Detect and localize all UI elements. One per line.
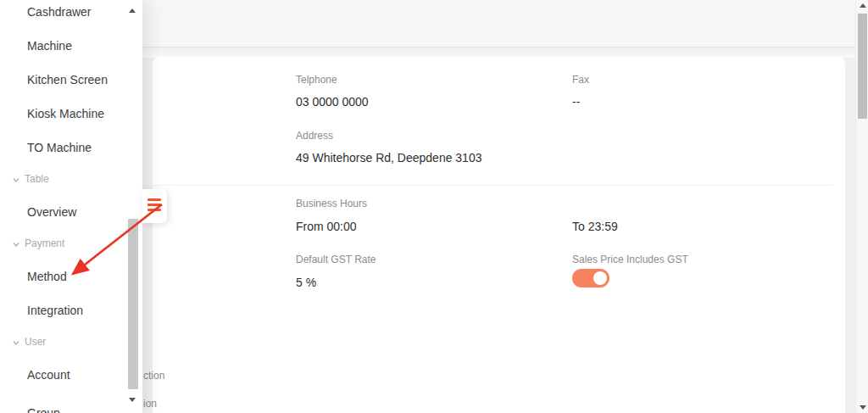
sidebar-scrollbar[interactable] bbox=[127, 0, 141, 413]
scroll-down-icon[interactable] bbox=[129, 398, 136, 402]
sidebar-section-label: User bbox=[25, 336, 46, 348]
chevron-down-icon bbox=[12, 338, 20, 346]
scroll-up-icon[interactable] bbox=[129, 8, 136, 13]
sidebar-item-overview[interactable]: Overview bbox=[27, 205, 76, 219]
telephone-value: 03 0000 0000 bbox=[296, 95, 369, 109]
occluded-label-fragment: ction bbox=[143, 370, 164, 382]
business-hours-label: Business Hours bbox=[296, 198, 367, 209]
chevron-down-icon bbox=[12, 239, 20, 248]
page-scrollbar-thumb[interactable] bbox=[858, 14, 867, 119]
telephone-label: Telphone bbox=[296, 74, 337, 86]
toggle-knob bbox=[593, 271, 607, 285]
page-scrollbar[interactable] bbox=[855, 0, 868, 413]
business-hours-from: From 00:00 bbox=[296, 220, 357, 233]
sidebar-item-machine[interactable]: Machine bbox=[27, 39, 72, 53]
settings-sidebar: Cashdrawer Machine Kitchen Screen Kiosk … bbox=[0, 0, 142, 413]
gst-rate-value: 5 % bbox=[296, 276, 316, 289]
scroll-up-icon[interactable] bbox=[860, 3, 866, 8]
gst-toggle-label: Sales Price Includes GST bbox=[572, 254, 688, 265]
sidebar-item-kitchen-screen[interactable]: Kitchen Screen bbox=[27, 73, 108, 87]
address-label: Address bbox=[296, 130, 333, 142]
sidebar-item-cashdrawer[interactable]: Cashdrawer bbox=[27, 5, 91, 19]
sidebar-item-account[interactable]: Account bbox=[27, 368, 70, 382]
sidebar-item-group[interactable]: Group bbox=[27, 406, 60, 413]
app-window: Telphone 03 0000 0000 Fax -- Address 49 … bbox=[0, 0, 868, 413]
sidebar-item-method[interactable]: Method bbox=[27, 270, 67, 283]
chevron-down-icon bbox=[12, 175, 20, 183]
sales-price-includes-gst-toggle[interactable] bbox=[572, 269, 609, 287]
sidebar-toggle-button[interactable] bbox=[142, 189, 167, 223]
gst-rate-label: Default GST Rate bbox=[296, 254, 376, 265]
sidebar-section-table[interactable]: Table bbox=[12, 173, 49, 185]
sidebar-scrollbar-thumb[interactable] bbox=[128, 219, 138, 389]
scroll-down-icon[interactable] bbox=[860, 405, 866, 410]
store-details-card: Telphone 03 0000 0000 Fax -- Address 49 … bbox=[153, 57, 845, 413]
occluded-label-fragment: ion bbox=[143, 398, 157, 410]
sidebar-section-label: Payment bbox=[25, 237, 64, 249]
sidebar-item-kiosk-machine[interactable]: Kiosk Machine bbox=[27, 107, 104, 120]
fax-label: Fax bbox=[572, 74, 589, 86]
sidebar-section-payment[interactable]: Payment bbox=[12, 237, 64, 249]
fax-value: -- bbox=[572, 95, 580, 109]
section-divider bbox=[153, 185, 832, 186]
business-hours-to: To 23:59 bbox=[572, 220, 618, 233]
sidebar-section-label: Table bbox=[25, 173, 49, 185]
sidebar-item-integration[interactable]: Integration bbox=[27, 304, 83, 317]
sidebar-section-user[interactable]: User bbox=[12, 336, 46, 348]
address-value: 49 Whitehorse Rd, Deepdene 3103 bbox=[296, 151, 481, 165]
sidebar-item-to-machine[interactable]: TO Machine bbox=[27, 141, 92, 154]
